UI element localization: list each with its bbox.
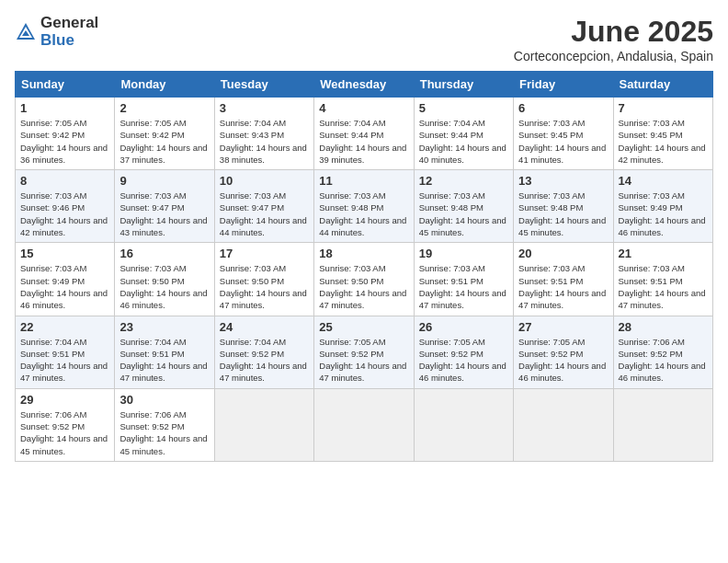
table-row [514,388,613,461]
table-row [613,388,712,461]
day-number: 21 [619,247,708,260]
day-number: 5 [419,101,508,115]
day-info: Sunrise: 7:04 AMSunset: 9:51 PMDaylight:… [20,336,109,385]
table-row: 25Sunrise: 7:05 AMSunset: 9:52 PMDayligh… [314,316,414,388]
table-row: 3Sunrise: 7:04 AMSunset: 9:43 PMDaylight… [214,98,313,170]
day-info: Sunrise: 7:04 AMSunset: 9:44 PMDaylight:… [419,117,508,166]
day-number: 1 [20,101,109,115]
day-number: 25 [319,320,408,334]
day-number: 23 [119,320,209,334]
table-row: 17Sunrise: 7:03 AMSunset: 9:50 PMDayligh… [214,243,313,316]
day-info: Sunrise: 7:05 AMSunset: 9:52 PMDaylight:… [319,336,408,385]
table-row [214,388,313,461]
page-header: General Blue June 2025 Corteconcepcion, … [15,15,713,63]
day-number: 26 [419,320,508,334]
table-row: 2Sunrise: 7:05 AMSunset: 9:42 PMDaylight… [115,98,214,170]
table-row: 16Sunrise: 7:03 AMSunset: 9:50 PMDayligh… [115,243,214,316]
day-number: 20 [518,247,608,260]
day-number: 12 [419,174,508,188]
col-sunday: Sunday [16,72,115,98]
day-number: 8 [20,174,109,188]
table-row: 26Sunrise: 7:05 AMSunset: 9:52 PMDayligh… [414,316,513,388]
day-info: Sunrise: 7:03 AMSunset: 9:49 PMDaylight:… [20,262,109,311]
day-info: Sunrise: 7:03 AMSunset: 9:51 PMDaylight:… [518,262,608,311]
table-row: 10Sunrise: 7:03 AMSunset: 9:47 PMDayligh… [214,170,313,243]
col-friday: Friday [514,72,613,98]
table-row: 12Sunrise: 7:03 AMSunset: 9:48 PMDayligh… [414,170,513,243]
day-number: 14 [619,174,708,188]
table-row: 1Sunrise: 7:05 AMSunset: 9:42 PMDaylight… [16,98,115,170]
day-number: 4 [319,101,408,115]
day-info: Sunrise: 7:03 AMSunset: 9:50 PMDaylight:… [319,262,408,311]
day-number: 15 [20,247,109,260]
day-number: 30 [119,393,209,407]
day-info: Sunrise: 7:03 AMSunset: 9:49 PMDaylight:… [619,190,708,238]
title-area: June 2025 Corteconcepcion, Andalusia, Sp… [514,15,713,63]
table-row: 14Sunrise: 7:03 AMSunset: 9:49 PMDayligh… [613,170,712,243]
table-row: 8Sunrise: 7:03 AMSunset: 9:46 PMDaylight… [16,170,115,243]
day-number: 10 [220,174,309,188]
calendar-row: 1Sunrise: 7:05 AMSunset: 9:42 PMDaylight… [16,98,713,170]
day-info: Sunrise: 7:04 AMSunset: 9:52 PMDaylight:… [220,336,309,385]
day-info: Sunrise: 7:06 AMSunset: 9:52 PMDaylight:… [119,408,209,457]
day-info: Sunrise: 7:03 AMSunset: 9:50 PMDaylight:… [220,262,309,311]
day-info: Sunrise: 7:03 AMSunset: 9:51 PMDaylight:… [619,262,708,311]
table-row: 13Sunrise: 7:03 AMSunset: 9:48 PMDayligh… [514,170,613,243]
day-info: Sunrise: 7:06 AMSunset: 9:52 PMDaylight:… [20,408,109,457]
day-number: 22 [20,320,109,334]
table-row: 5Sunrise: 7:04 AMSunset: 9:44 PMDaylight… [414,98,513,170]
day-number: 9 [119,174,209,188]
table-row: 29Sunrise: 7:06 AMSunset: 9:52 PMDayligh… [16,388,115,461]
day-info: Sunrise: 7:05 AMSunset: 9:52 PMDaylight:… [419,336,508,385]
col-tuesday: Tuesday [214,72,313,98]
day-info: Sunrise: 7:05 AMSunset: 9:42 PMDaylight:… [119,117,209,166]
day-info: Sunrise: 7:06 AMSunset: 9:52 PMDaylight:… [619,336,708,385]
day-info: Sunrise: 7:03 AMSunset: 9:45 PMDaylight:… [518,117,608,166]
day-info: Sunrise: 7:03 AMSunset: 9:45 PMDaylight:… [619,117,708,166]
calendar-row: 8Sunrise: 7:03 AMSunset: 9:46 PMDaylight… [16,170,713,243]
day-number: 27 [518,320,608,334]
table-row: 11Sunrise: 7:03 AMSunset: 9:48 PMDayligh… [314,170,414,243]
table-row: 28Sunrise: 7:06 AMSunset: 9:52 PMDayligh… [613,316,712,388]
day-number: 29 [20,393,109,407]
location-title: Corteconcepcion, Andalusia, Spain [514,49,713,63]
month-title: June 2025 [514,15,713,49]
calendar-header-row: Sunday Monday Tuesday Wednesday Thursday… [16,72,713,98]
day-number: 18 [319,247,408,260]
table-row: 9Sunrise: 7:03 AMSunset: 9:47 PMDaylight… [115,170,214,243]
calendar-row: 15Sunrise: 7:03 AMSunset: 9:49 PMDayligh… [16,243,713,316]
col-wednesday: Wednesday [314,72,414,98]
col-thursday: Thursday [414,72,513,98]
col-monday: Monday [115,72,214,98]
day-info: Sunrise: 7:03 AMSunset: 9:48 PMDaylight:… [419,190,508,238]
day-info: Sunrise: 7:03 AMSunset: 9:48 PMDaylight:… [518,190,608,238]
logo: General Blue [15,15,98,49]
day-info: Sunrise: 7:03 AMSunset: 9:46 PMDaylight:… [20,190,109,238]
day-number: 16 [119,247,209,260]
table-row: 24Sunrise: 7:04 AMSunset: 9:52 PMDayligh… [214,316,313,388]
calendar-row: 22Sunrise: 7:04 AMSunset: 9:51 PMDayligh… [16,316,713,388]
table-row: 4Sunrise: 7:04 AMSunset: 9:44 PMDaylight… [314,98,414,170]
table-row: 18Sunrise: 7:03 AMSunset: 9:50 PMDayligh… [314,243,414,316]
table-row: 20Sunrise: 7:03 AMSunset: 9:51 PMDayligh… [514,243,613,316]
calendar-table: Sunday Monday Tuesday Wednesday Thursday… [15,71,713,462]
logo-general: General [40,15,98,32]
day-info: Sunrise: 7:03 AMSunset: 9:51 PMDaylight:… [419,262,508,311]
day-number: 3 [220,101,309,115]
table-row: 23Sunrise: 7:04 AMSunset: 9:51 PMDayligh… [115,316,214,388]
table-row: 19Sunrise: 7:03 AMSunset: 9:51 PMDayligh… [414,243,513,316]
day-number: 28 [619,320,708,334]
day-info: Sunrise: 7:04 AMSunset: 9:51 PMDaylight:… [119,336,209,385]
table-row: 27Sunrise: 7:05 AMSunset: 9:52 PMDayligh… [514,316,613,388]
day-number: 6 [518,101,608,115]
table-row: 6Sunrise: 7:03 AMSunset: 9:45 PMDaylight… [514,98,613,170]
day-number: 19 [419,247,508,260]
day-info: Sunrise: 7:05 AMSunset: 9:52 PMDaylight:… [518,336,608,385]
day-info: Sunrise: 7:04 AMSunset: 9:43 PMDaylight:… [220,117,309,166]
day-number: 17 [220,247,309,260]
table-row: 22Sunrise: 7:04 AMSunset: 9:51 PMDayligh… [16,316,115,388]
day-info: Sunrise: 7:03 AMSunset: 9:48 PMDaylight:… [319,190,408,238]
table-row: 15Sunrise: 7:03 AMSunset: 9:49 PMDayligh… [16,243,115,316]
table-row: 21Sunrise: 7:03 AMSunset: 9:51 PMDayligh… [613,243,712,316]
day-info: Sunrise: 7:03 AMSunset: 9:47 PMDaylight:… [220,190,309,238]
